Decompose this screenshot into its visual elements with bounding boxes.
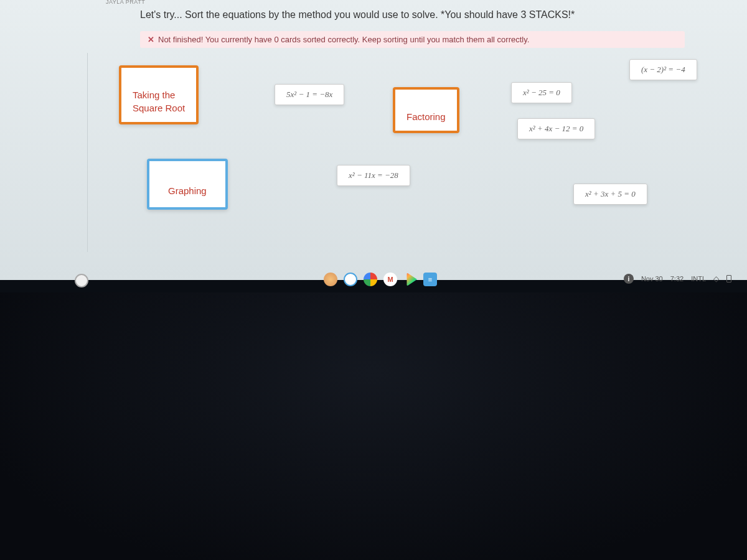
- tray-date: Nov 30: [641, 275, 663, 282]
- cross-icon: ✕: [148, 35, 154, 44]
- category-graphing[interactable]: Graphing: [147, 159, 228, 210]
- system-tray: i Nov 30 7:32 INTL ◇: [624, 274, 731, 284]
- status-text: Not finished! You currently have 0 cards…: [158, 35, 529, 44]
- taskbar-app-1[interactable]: [324, 273, 337, 286]
- sorting-canvas[interactable]: Taking the Square Root Factoring Graphin…: [87, 53, 728, 252]
- category-label: Factoring: [406, 111, 446, 122]
- category-label: Taking the Square Root: [133, 90, 185, 113]
- equation-card-6[interactable]: x² + 3x + 5 = 0: [573, 184, 647, 205]
- wifi-icon[interactable]: ◇: [713, 274, 719, 283]
- equation-text: 5x² − 1 = −8x: [286, 90, 332, 99]
- gmail-icon[interactable]: M: [383, 273, 397, 286]
- search-icon[interactable]: [75, 274, 88, 287]
- taskbar-app-2[interactable]: [344, 273, 357, 286]
- equation-text: (x − 2)² = −4: [641, 65, 685, 74]
- equation-card-5[interactable]: x² − 11x = −28: [337, 165, 410, 186]
- instruction-text: Let's try... Sort the equations by the m…: [140, 9, 722, 21]
- play-icon[interactable]: [403, 273, 417, 286]
- tray-time: 7:32: [670, 275, 684, 282]
- tray-lang: INTL: [691, 275, 706, 282]
- info-icon[interactable]: i: [624, 274, 634, 284]
- browser-tab-label: JAYLA PRATT: [106, 0, 145, 5]
- battery-icon[interactable]: [726, 275, 731, 282]
- status-banner: ✕ Not finished! You currently have 0 car…: [140, 31, 685, 48]
- equation-card-4[interactable]: x² + 4x − 12 = 0: [517, 118, 595, 139]
- equation-text: x² − 25 = 0: [523, 88, 560, 97]
- screen-content: JAYLA PRATT Let's try... Sort the equati…: [0, 0, 747, 280]
- equation-card-2[interactable]: x² − 25 = 0: [511, 82, 572, 103]
- chrome-icon[interactable]: [364, 273, 377, 286]
- equation-text: x² + 4x − 12 = 0: [529, 124, 583, 133]
- category-factoring[interactable]: Factoring: [393, 87, 459, 133]
- category-label: Graphing: [168, 185, 207, 196]
- below-screen-area: [0, 292, 747, 560]
- docs-icon[interactable]: ≡: [423, 273, 437, 286]
- category-square-root[interactable]: Taking the Square Root: [119, 65, 199, 124]
- equation-text: x² − 11x = −28: [349, 170, 398, 180]
- equation-card-1[interactable]: 5x² − 1 = −8x: [275, 84, 344, 105]
- equation-card-3[interactable]: (x − 2)² = −4: [629, 59, 697, 80]
- equation-text: x² + 3x + 5 = 0: [585, 189, 636, 198]
- taskbar: M ≡: [324, 273, 437, 286]
